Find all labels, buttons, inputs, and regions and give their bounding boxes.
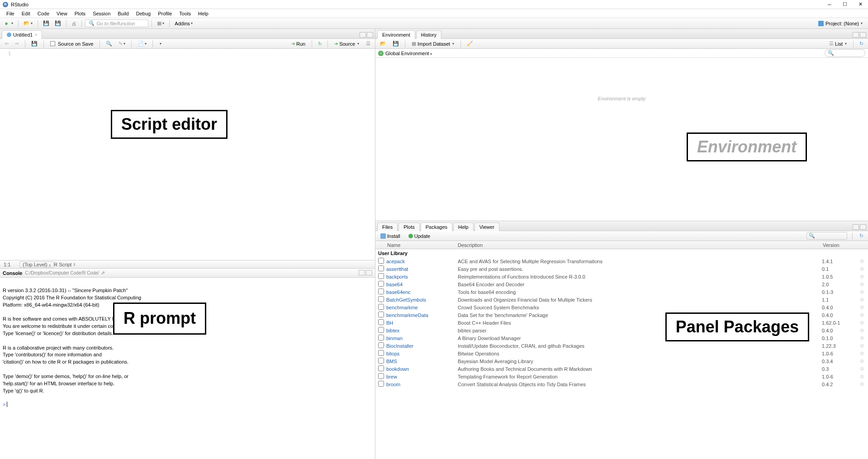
save-script-button[interactable]: 💾 bbox=[29, 40, 39, 47]
editor-body[interactable]: 1 Script editor bbox=[0, 49, 375, 260]
goto-file-input[interactable]: 🔍 Go to file/function bbox=[85, 19, 148, 27]
pkg-checkbox[interactable] bbox=[378, 312, 384, 317]
pkg-remove-icon[interactable]: ⊘ bbox=[858, 258, 865, 264]
minimize-button[interactable]: ─ bbox=[826, 1, 833, 8]
pkg-name-link[interactable]: acepack bbox=[386, 259, 458, 264]
tab-viewer[interactable]: Viewer bbox=[474, 222, 499, 231]
script-tab-untitled[interactable]: Untitled1 × bbox=[2, 30, 42, 39]
tab-environment[interactable]: Environment bbox=[377, 30, 415, 39]
pkg-name-link[interactable]: BiocInstaller bbox=[386, 343, 458, 349]
menu-file[interactable]: File bbox=[3, 10, 18, 17]
clear-env-button[interactable]: 🧹 bbox=[465, 40, 475, 47]
pkg-checkbox[interactable] bbox=[378, 265, 384, 271]
menu-view[interactable]: View bbox=[53, 10, 71, 17]
pkg-checkbox[interactable] bbox=[378, 342, 384, 348]
save-all-button[interactable]: 💾 bbox=[53, 19, 63, 27]
pkg-remove-icon[interactable]: ⊘ bbox=[858, 335, 865, 341]
pkg-remove-icon[interactable]: ⊘ bbox=[858, 297, 865, 303]
tab-history[interactable]: History bbox=[416, 30, 441, 39]
pkg-remove-icon[interactable]: ⊘ bbox=[858, 312, 865, 318]
pkg-checkbox[interactable] bbox=[378, 319, 384, 325]
pkg-name-link[interactable]: base64 bbox=[386, 282, 458, 287]
update-button[interactable]: Update bbox=[406, 232, 432, 240]
wand-button[interactable]: ✎ bbox=[117, 40, 127, 47]
pkg-name-link[interactable]: benchmarkmeData bbox=[386, 312, 458, 318]
pkg-search-input[interactable]: 🔍 bbox=[806, 232, 847, 240]
pkg-checkbox[interactable] bbox=[378, 281, 384, 287]
console-path-arrow-icon[interactable]: ⇗ bbox=[101, 270, 105, 276]
pkg-checkbox[interactable] bbox=[378, 381, 384, 387]
minimize-pkg-button[interactable] bbox=[853, 224, 859, 230]
pkg-name-link[interactable]: BH bbox=[386, 320, 458, 326]
pkg-checkbox[interactable] bbox=[378, 296, 384, 302]
install-button[interactable]: Install bbox=[378, 232, 403, 240]
run-button[interactable]: ➔Run bbox=[289, 40, 308, 47]
outline-button[interactable]: ☰ bbox=[364, 40, 372, 47]
open-file-button[interactable]: 📂 bbox=[22, 19, 34, 27]
pkg-name-link[interactable]: binman bbox=[386, 336, 458, 341]
source-on-save-checkbox[interactable]: Source on Save bbox=[48, 40, 95, 47]
pkg-checkbox[interactable] bbox=[378, 358, 384, 364]
pkg-checkbox[interactable] bbox=[378, 350, 384, 356]
menu-session[interactable]: Session bbox=[89, 10, 114, 17]
tab-files[interactable]: Files bbox=[377, 222, 398, 231]
grid-button[interactable]: ▦ bbox=[155, 19, 166, 27]
pkg-remove-icon[interactable]: ⊘ bbox=[858, 281, 865, 287]
pkg-checkbox[interactable] bbox=[378, 365, 384, 371]
maximize-env-button[interactable] bbox=[860, 32, 866, 38]
menu-plots[interactable]: Plots bbox=[71, 10, 89, 17]
find-button[interactable]: 🔍 bbox=[104, 40, 114, 47]
menu-help[interactable]: Help bbox=[194, 10, 212, 17]
pkg-remove-icon[interactable]: ⊘ bbox=[858, 304, 865, 310]
source-button[interactable]: ➔Source bbox=[332, 40, 361, 47]
refresh-env-button[interactable]: ↻ bbox=[858, 40, 865, 47]
forward-button[interactable]: ➡ bbox=[13, 40, 21, 47]
pkg-name-link[interactable]: bitops bbox=[386, 351, 458, 356]
project-selector[interactable]: Project: (None) ▾ bbox=[816, 20, 865, 27]
pkg-checkbox[interactable] bbox=[378, 273, 384, 279]
pkg-name-link[interactable]: backports bbox=[386, 274, 458, 279]
save-button[interactable]: 💾 bbox=[41, 19, 51, 27]
pkg-name-link[interactable]: broom bbox=[386, 382, 458, 387]
load-workspace-button[interactable]: 📂 bbox=[378, 40, 388, 47]
pkg-checkbox[interactable] bbox=[378, 289, 384, 294]
notebook-button[interactable]: 📄 bbox=[136, 40, 148, 47]
menu-edit[interactable]: Edit bbox=[18, 10, 34, 17]
code-area[interactable] bbox=[14, 49, 375, 260]
pkg-name-link[interactable]: bibtex bbox=[386, 328, 458, 333]
minimize-env-button[interactable] bbox=[853, 32, 859, 38]
maximize-pane-button[interactable] bbox=[367, 32, 373, 38]
pkg-remove-icon[interactable]: ⊘ bbox=[858, 381, 865, 387]
more-button[interactable] bbox=[157, 41, 163, 47]
pkg-name-link[interactable]: brew bbox=[386, 374, 458, 379]
pkg-body[interactable]: User Library acepackACE and AVAS for Sel… bbox=[375, 249, 868, 459]
menu-profile[interactable]: Profile bbox=[154, 10, 175, 17]
pkg-checkbox[interactable] bbox=[378, 373, 384, 379]
tab-plots[interactable]: Plots bbox=[398, 222, 419, 231]
console-body[interactable]: R version 3.3.2 (2016-10-31) -- "Sincere… bbox=[0, 278, 375, 459]
save-workspace-button[interactable]: 💾 bbox=[391, 40, 401, 47]
scope-selector[interactable]: Global Environment bbox=[385, 51, 432, 56]
close-tab-icon[interactable]: × bbox=[34, 33, 37, 38]
menu-build[interactable]: Build bbox=[114, 10, 132, 17]
maximize-button[interactable]: ☐ bbox=[842, 1, 848, 8]
pkg-remove-icon[interactable]: ⊘ bbox=[858, 366, 865, 372]
close-button[interactable]: ✕ bbox=[857, 1, 863, 8]
pkg-remove-icon[interactable]: ⊘ bbox=[858, 327, 865, 333]
pkg-name-link[interactable]: benchmarkme bbox=[386, 305, 458, 310]
tab-help[interactable]: Help bbox=[453, 222, 474, 231]
pkg-remove-icon[interactable]: ⊘ bbox=[858, 274, 865, 279]
menu-tools[interactable]: Tools bbox=[175, 10, 194, 17]
menu-code[interactable]: Code bbox=[34, 10, 53, 17]
print-button[interactable]: 🖨 bbox=[70, 20, 78, 27]
pkg-checkbox[interactable] bbox=[378, 258, 384, 264]
pkg-name-link[interactable]: base64enc bbox=[386, 289, 458, 295]
pkg-remove-icon[interactable]: ⊘ bbox=[858, 350, 865, 356]
pkg-checkbox[interactable] bbox=[378, 335, 384, 341]
pkg-name-link[interactable]: assertthat bbox=[386, 266, 458, 272]
pkg-remove-icon[interactable]: ⊘ bbox=[858, 289, 865, 295]
pkg-name-link[interactable]: bookdown bbox=[386, 366, 458, 372]
pkg-remove-icon[interactable]: ⊘ bbox=[858, 343, 865, 349]
minimize-pane-button[interactable] bbox=[360, 32, 366, 38]
minimize-console-button[interactable] bbox=[359, 270, 365, 275]
